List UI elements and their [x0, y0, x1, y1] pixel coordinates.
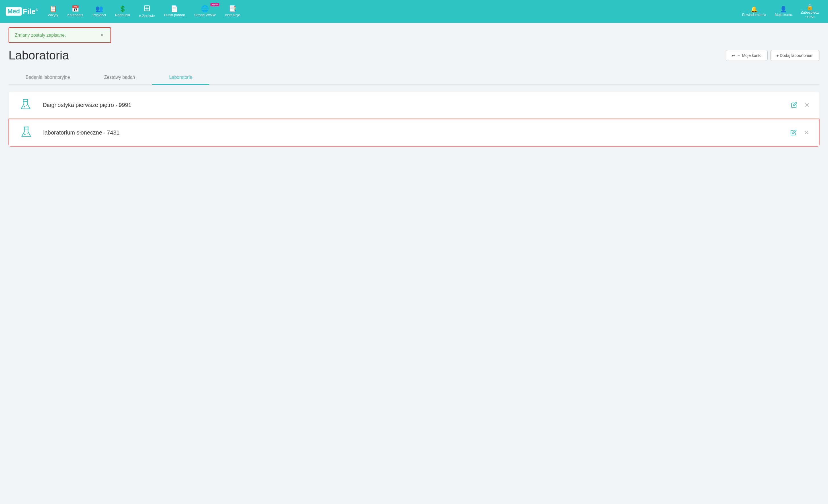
nav-instrukcje[interactable]: 📑 Instrukcje	[221, 3, 244, 19]
lab-actions-1	[790, 101, 811, 109]
navbar: Med File® 📋 Wizyty 📅 Kalendarz 👥 Pacjenc…	[0, 0, 828, 23]
svg-point-9	[24, 134, 26, 135]
nav-punkt-pobran[interactable]: 📄 Punkt pobrań	[160, 3, 189, 19]
lab-actions-2	[789, 128, 810, 137]
main-content: Zmiany zostały zapisane. × Laboratoria ↩…	[0, 27, 828, 155]
nav-right: 🔔 Powiadomienia 👤 Moje konto 🔒 Zabezpiec…	[739, 2, 822, 21]
lab-row-1: Diagnostyka pierwsze piętro · 9991	[8, 92, 820, 119]
new-badge: NEW	[210, 3, 219, 6]
lab-icon-wrap-1	[17, 98, 34, 112]
lab-icon-wrap-2	[18, 126, 35, 140]
kalendarz-icon: 📅	[72, 6, 79, 12]
add-lab-button[interactable]: + Dodaj laboratorium	[771, 50, 820, 61]
lab-edit-button-2[interactable]	[789, 128, 798, 137]
moje-konto-label: Moje konto	[775, 13, 792, 17]
strona-www-label: Strona WWW	[194, 13, 216, 17]
logo[interactable]: Med File®	[6, 7, 38, 16]
page-header: Laboratoria ↩ ← Moje konto + Dodaj labor…	[8, 49, 820, 62]
logo-box: Med	[6, 7, 22, 16]
pacjenci-label: Pacjenci	[92, 13, 106, 17]
nav-rachunki[interactable]: 💲 Rachunki	[111, 3, 134, 19]
strona-www-icon: 🌐	[201, 6, 209, 12]
nav-moje-konto[interactable]: 👤 Moje konto	[771, 4, 795, 19]
logo-file-text: File®	[23, 7, 38, 16]
add-lab-label: + Dodaj laboratorium	[777, 53, 814, 58]
nav-strona-www[interactable]: NEW 🌐 Strona WWW	[190, 3, 220, 19]
back-button-label: ← Moje konto	[737, 53, 761, 58]
nav-powiadomienia[interactable]: 🔔 Powiadomienia	[739, 4, 770, 19]
zabezpiecz-label: Zabezpiecz	[801, 10, 819, 14]
nav-kalendarz[interactable]: 📅 Kalendarz	[63, 3, 87, 19]
lab-delete-button-2[interactable]	[802, 129, 810, 137]
page-title: Laboratoria	[8, 49, 69, 62]
e-zdrowie-label: e-Zdrowie	[139, 14, 155, 18]
nav-items: 📋 Wizyty 📅 Kalendarz 👥 Pacjenci 💲 Rachun…	[44, 3, 739, 20]
tab-zestawy[interactable]: Zestawy badań	[87, 71, 152, 85]
nav-zabezpiecz[interactable]: 🔒 Zabezpiecz 119:59	[797, 2, 822, 21]
lab-edit-button-1[interactable]	[790, 101, 798, 109]
tab-laboratoria-label: Laboratoria	[169, 75, 192, 80]
kalendarz-label: Kalendarz	[67, 13, 83, 17]
instrukcje-label: Instrukcje	[225, 13, 240, 17]
header-actions: ↩ ← Moje konto + Dodaj laboratorium	[726, 50, 820, 61]
tab-badania[interactable]: Badania laboratoryjne	[8, 71, 87, 85]
back-to-account-button[interactable]: ↩ ← Moje konto	[726, 50, 768, 61]
powiadomienia-label: Powiadomienia	[742, 13, 766, 17]
tab-zestawy-label: Zestawy badań	[104, 75, 135, 80]
user-icon: 👤	[780, 6, 787, 12]
bell-icon: 🔔	[751, 6, 758, 12]
tab-laboratoria[interactable]: Laboratoria	[152, 71, 209, 85]
flask-icon-1	[19, 98, 32, 112]
e-zdrowie-icon	[143, 5, 150, 13]
lab-delete-button-1[interactable]	[803, 101, 811, 109]
rachunki-label: Rachunki	[115, 13, 130, 17]
rachunki-icon: 💲	[119, 6, 126, 12]
instrukcje-icon: 📑	[229, 6, 236, 12]
lab-name-2: laboratorium słoneczne · 7431	[43, 129, 781, 136]
punkt-pobran-label: Punkt pobrań	[164, 13, 185, 17]
back-icon: ↩	[732, 53, 735, 58]
flask-icon-2	[19, 126, 33, 140]
svg-point-3	[24, 106, 25, 107]
alert-close-button[interactable]: ×	[99, 32, 105, 38]
nav-e-zdrowie[interactable]: e-Zdrowie	[135, 3, 159, 20]
alert-message: Zmiany zostały zapisane.	[15, 33, 66, 38]
lab-row-2: laboratorium słoneczne · 7431	[8, 119, 820, 146]
svg-point-4	[26, 105, 27, 106]
zabezpiecz-timer: 119:59	[805, 15, 815, 19]
pacjenci-icon: 👥	[95, 6, 103, 12]
svg-point-10	[27, 133, 28, 134]
tab-badania-label: Badania laboratoryjne	[26, 75, 70, 80]
nav-wizyty[interactable]: 📋 Wizyty	[44, 3, 63, 19]
lab-list: Diagnostyka pierwsze piętro · 9991	[8, 92, 820, 146]
nav-pacjenci[interactable]: 👥 Pacjenci	[89, 3, 110, 19]
lab-name-1: Diagnostyka pierwsze piętro · 9991	[43, 102, 781, 108]
wizyty-label: Wizyty	[48, 13, 58, 17]
alert-banner: Zmiany zostały zapisane. ×	[8, 27, 111, 43]
lock-icon: 🔒	[806, 4, 814, 10]
wizyty-icon: 📋	[49, 6, 57, 12]
tabs: Badania laboratoryjne Zestawy badań Labo…	[8, 71, 820, 85]
punkt-pobran-icon: 📄	[171, 6, 178, 12]
